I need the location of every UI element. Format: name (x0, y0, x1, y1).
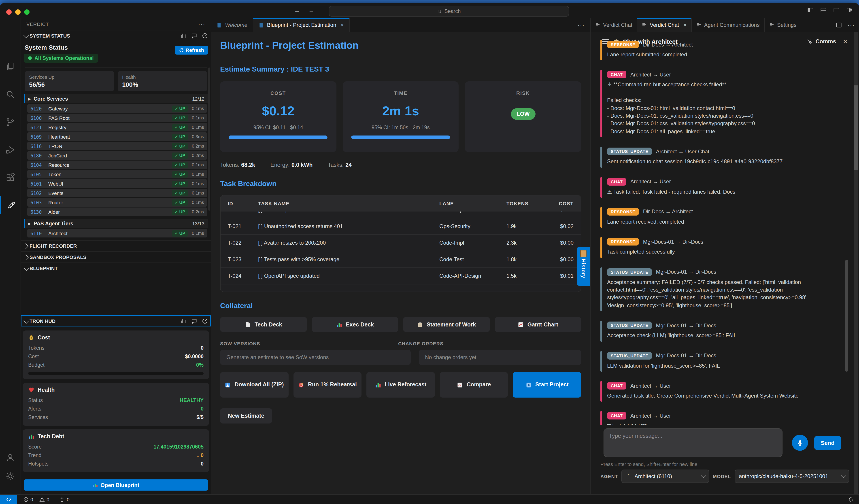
panel-tab-verdict-chat[interactable]: Verdict Chat (590, 18, 637, 32)
account-icon[interactable] (0, 448, 20, 467)
editor-tab[interactable]: Welcome (211, 18, 253, 32)
task-lane: Code-Impl (439, 212, 507, 213)
service-row[interactable]: 6121Registry✓ UP0.1ms (27, 123, 207, 132)
new-estimate-button[interactable]: New Estimate (220, 408, 272, 424)
section-system-status[interactable]: SYSTEM STATUS (21, 30, 211, 41)
run-1-rehearsal-button[interactable]: Run 1% Rehearsal (293, 372, 361, 398)
extensions-icon[interactable] (0, 169, 20, 186)
tech-deck-button[interactable]: Tech Deck (220, 317, 307, 332)
service-group-header[interactable]: ▶PAS Agent Tiers13/13 (24, 219, 208, 228)
nav-back-icon[interactable]: ← (293, 7, 301, 14)
messages-scrollbar[interactable] (845, 260, 848, 372)
table-row[interactable]: T-023[ ] Tests pass with >95% coverageCo… (221, 251, 581, 268)
toggle-secondary-sidebar-icon[interactable] (833, 7, 840, 13)
nav-forward-icon[interactable]: → (307, 7, 315, 14)
service-row[interactable]: 6103Router✓ UP0.1ms (27, 198, 207, 207)
comment-icon[interactable] (191, 33, 197, 39)
customize-layout-icon[interactable] (846, 7, 853, 13)
settings-gear-icon[interactable] (0, 467, 20, 485)
section-sandbox-proposals[interactable]: SANDBOX PROPOSALS (21, 251, 211, 262)
minimize-window-button[interactable] (15, 10, 20, 15)
model-select[interactable]: anthropic/claude-haiku-4-5-20251001 (734, 470, 849, 483)
service-row[interactable]: 6100PAS Root✓ UP0.1ms (27, 113, 207, 122)
table-row[interactable]: T-024[ ] OpenAPI spec updatedCode-API-De… (221, 268, 581, 285)
run-debug-icon[interactable] (0, 141, 20, 159)
gauge-icon[interactable] (202, 318, 208, 324)
chat-close-icon[interactable]: × (843, 37, 847, 46)
live-reforecast-button[interactable]: Live Reforecast (366, 372, 435, 398)
table-row[interactable]: T-022[ ] Avatar resizes to 200x200Code-I… (221, 235, 581, 251)
section-flight-recorder[interactable]: FLIGHT RECORDER (21, 240, 211, 251)
compare-button[interactable]: Compare (440, 372, 508, 398)
refresh-button[interactable]: Refresh (175, 46, 208, 55)
service-row[interactable]: 6130Aider✓ UP0.2ms (27, 208, 207, 216)
meta-item: Tasks:24 (328, 162, 352, 168)
service-row[interactable]: 6116TRON✓ UP0.2ms (27, 142, 207, 150)
verdict-rocket-icon[interactable] (0, 196, 21, 214)
section-blueprint[interactable]: BLUEPRINT (21, 262, 211, 274)
history-tab[interactable]: History (577, 247, 590, 286)
section-tron-hud[interactable]: TRON HUD (21, 315, 211, 326)
button-label: Gantt Chart (527, 321, 558, 327)
table-row[interactable]: T-021[ ] Unauthorized access returns 401… (221, 218, 581, 235)
message-body: Generated task title: Create Comprehensi… (607, 392, 843, 400)
exec-deck-button[interactable]: Exec Deck (312, 317, 398, 332)
stat-value: 100% (122, 81, 203, 88)
barchart-icon[interactable] (180, 318, 186, 324)
service-row[interactable]: 6109Heartbeat✓ UP0.3ms (27, 132, 207, 141)
download-all-zip--button[interactable]: Download All (ZIP) (220, 372, 288, 398)
statement-of-work-button[interactable]: Statement of Work (403, 317, 490, 332)
sidebar-more-icon[interactable]: ··· (198, 21, 205, 28)
barchart-icon[interactable] (180, 33, 186, 39)
panel-more-icon[interactable]: ··· (847, 21, 855, 29)
architect-temple-icon (626, 474, 632, 479)
task-name: [ ] Avatar resizes to 200x200 (258, 240, 439, 246)
notifications-bell-icon[interactable] (848, 497, 854, 502)
close-window-button[interactable] (6, 10, 12, 15)
editor-tabs-more-icon[interactable]: ··· (572, 22, 590, 28)
start-project-button[interactable]: Start Project (513, 372, 581, 398)
service-row[interactable]: 6110Architect✓ UP0.1ms (27, 229, 207, 238)
service-group-header[interactable]: ▶Core Services12/12 (24, 94, 208, 103)
source-control-icon[interactable] (0, 113, 20, 131)
zoom-window-button[interactable] (24, 10, 30, 15)
group-count: 13/13 (192, 221, 205, 226)
tab-close-icon[interactable]: × (684, 22, 687, 28)
service-row[interactable]: 6101WebUI✓ UP0.1ms (27, 179, 207, 188)
service-row[interactable]: 6105Token✓ UP0.1ms (27, 170, 207, 179)
gauge-icon[interactable] (202, 33, 208, 39)
split-editor-icon[interactable] (836, 22, 842, 28)
table-row[interactable]: T-020[ ] Invalid input returns 400 with … (221, 212, 581, 218)
panel-tab-settings[interactable]: Settings (765, 18, 801, 32)
send-button[interactable]: Send (814, 436, 841, 450)
service-row[interactable]: 6120Gateway✓ UP0.1ms (27, 104, 207, 113)
sidebar-scrollbar[interactable] (208, 67, 210, 211)
panel-tab-verdict-chat[interactable]: Verdict Chat× (637, 18, 692, 32)
search-sidebar-icon[interactable] (0, 86, 20, 103)
command-center-search[interactable]: Search (329, 6, 569, 17)
comment-icon[interactable] (191, 318, 197, 324)
service-row[interactable]: 6180JobCard✓ UP0.2ms (27, 151, 207, 160)
agent-select[interactable]: Architect (6110) (622, 470, 709, 483)
group-name: PAS Agent Tiers (33, 221, 73, 226)
hud-row: Alerts0 (28, 404, 204, 413)
toggle-panel-icon[interactable] (820, 7, 827, 13)
panel-scrollbar-thumb[interactable] (854, 86, 858, 170)
ports-status[interactable]: 0 (59, 497, 70, 502)
chevron-down-icon (701, 473, 706, 478)
errors-status[interactable]: 0 (23, 497, 33, 502)
toggle-primary-sidebar-icon[interactable] (807, 7, 814, 13)
service-row[interactable]: 6104Resource✓ UP0.1ms (27, 161, 207, 169)
mic-button[interactable] (792, 435, 808, 451)
explorer-icon[interactable] (0, 58, 20, 76)
chat-message-input[interactable] (604, 428, 783, 457)
task-table-viewport[interactable]: T-020[ ] Invalid input returns 400 with … (221, 212, 581, 292)
editor-tab[interactable]: Blueprint - Project Estimation× (253, 18, 350, 32)
warnings-status[interactable]: 0 (40, 497, 49, 502)
gantt-chart-button[interactable]: Gantt Chart (495, 317, 581, 332)
service-row[interactable]: 6102Events✓ UP0.1ms (27, 189, 207, 197)
panel-tab-agent-communications[interactable]: Agent Communications (692, 18, 765, 32)
remote-indicator[interactable] (0, 494, 17, 504)
open-blueprint-button[interactable]: Open Blueprint (24, 479, 208, 491)
tab-close-icon[interactable]: × (341, 22, 344, 28)
